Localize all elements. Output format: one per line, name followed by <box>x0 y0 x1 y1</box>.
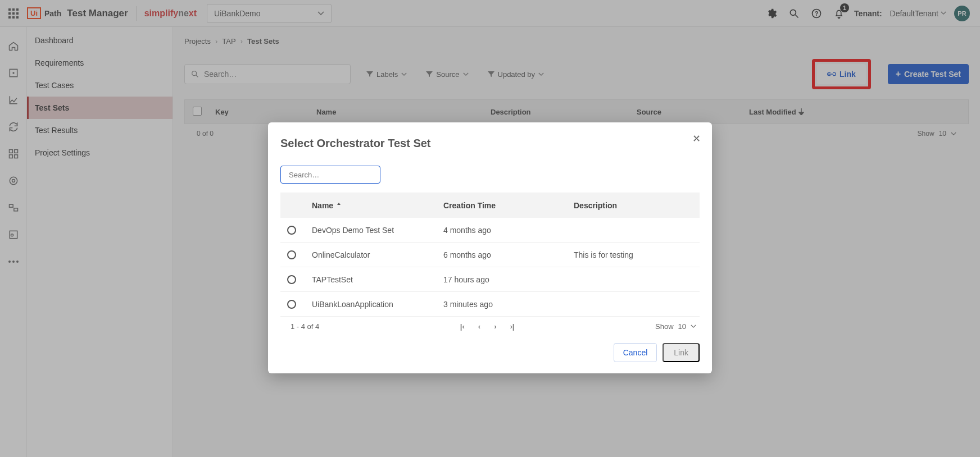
modal-cell-creation-time: 4 months ago <box>443 226 574 235</box>
modal-pagination: 1 - 4 of 4 |‹ ‹ › ›| Show 10 <box>280 317 700 331</box>
modal-search-wrapper[interactable] <box>280 166 380 184</box>
modal-page-size-selector[interactable]: Show 10 <box>655 322 696 331</box>
modal-search-input[interactable] <box>289 171 383 179</box>
pager-first-icon[interactable]: |‹ <box>460 322 465 331</box>
pager-range-text: 1 - 4 of 4 <box>291 322 319 331</box>
modal-column-name[interactable]: Name <box>312 201 443 210</box>
modal-show-value: 10 <box>678 322 686 331</box>
modal-cell-creation-time: 6 months ago <box>443 250 574 259</box>
modal-column-description[interactable]: Description <box>574 201 700 210</box>
select-radio[interactable] <box>287 275 296 284</box>
modal-row[interactable]: TAPTestSet 17 hours ago <box>280 267 700 292</box>
pager-next-icon[interactable]: › <box>494 322 496 331</box>
modal-table-header: Name Creation Time Description <box>280 193 700 218</box>
select-orchestrator-test-set-modal: ✕ Select Orchestrator Test Set Name Crea… <box>268 122 712 373</box>
pager-last-icon[interactable]: ›| <box>510 322 515 331</box>
modal-cell-creation-time: 17 hours ago <box>443 275 574 284</box>
modal-table: Name Creation Time Description DevOps De… <box>280 193 700 317</box>
modal-cell-description: This is for testing <box>574 250 700 259</box>
modal-cell-name: UiBankLoanApplication <box>312 300 443 309</box>
modal-cell-name: OnlineCalculator <box>312 250 443 259</box>
modal-actions: Cancel Link <box>280 343 700 362</box>
modal-column-creation-time[interactable]: Creation Time <box>443 201 574 210</box>
modal-show-label: Show <box>655 322 674 331</box>
modal-row[interactable]: UiBankLoanApplication 3 minutes ago <box>280 292 700 317</box>
select-radio[interactable] <box>287 250 296 259</box>
modal-row[interactable]: OnlineCalculator 6 months ago This is fo… <box>280 243 700 267</box>
modal-cell-name: TAPTestSet <box>312 275 443 284</box>
sort-up-icon <box>337 203 341 208</box>
modal-row[interactable]: DevOps Demo Test Set 4 months ago <box>280 218 700 243</box>
close-icon[interactable]: ✕ <box>692 132 701 145</box>
pager-prev-icon[interactable]: ‹ <box>478 322 480 331</box>
modal-cell-name: DevOps Demo Test Set <box>312 226 443 235</box>
modal-cell-creation-time: 3 minutes ago <box>443 300 574 309</box>
link-confirm-button[interactable]: Link <box>663 343 700 362</box>
chevron-down-icon <box>691 325 696 328</box>
modal-title: Select Orchestrator Test Set <box>280 137 700 150</box>
select-radio[interactable] <box>287 226 296 235</box>
cancel-button[interactable]: Cancel <box>614 343 657 362</box>
select-radio[interactable] <box>287 300 296 309</box>
